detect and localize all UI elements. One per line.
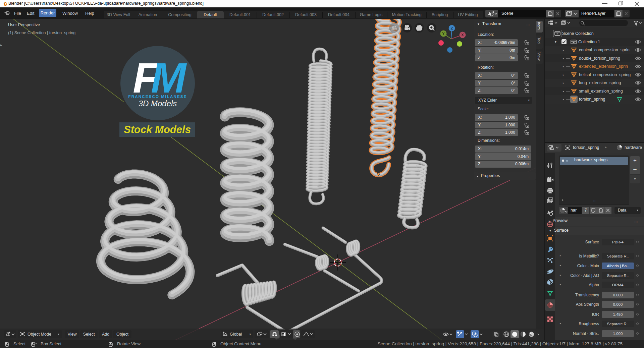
svg-text:X: X	[461, 33, 464, 37]
svg-text:3D Models: 3D Models	[139, 99, 177, 108]
svg-text:Stock Models: Stock Models	[124, 124, 191, 135]
svg-text:Y: Y	[442, 32, 445, 36]
svg-text:FRANCESCO MILANESE: FRANCESCO MILANESE	[128, 95, 187, 99]
svg-text:Z: Z	[451, 26, 453, 30]
